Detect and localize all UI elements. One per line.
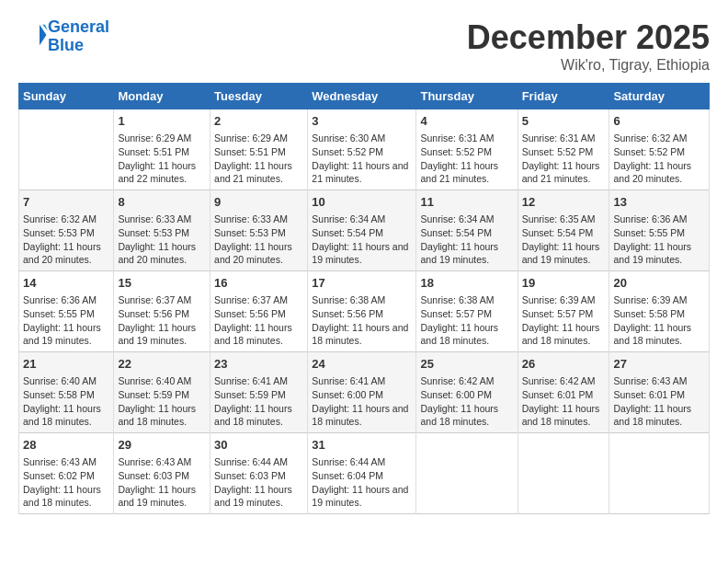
calendar-body: 1Sunrise: 6:29 AMSunset: 5:51 PMDaylight… xyxy=(19,109,710,514)
cell-content-line: Sunrise: 6:40 AM xyxy=(23,375,97,386)
cell-content: Sunrise: 6:36 AMSunset: 5:55 PMDaylight:… xyxy=(613,213,705,267)
calendar-cell: 2Sunrise: 6:29 AMSunset: 5:51 PMDaylight… xyxy=(210,109,308,190)
calendar-cell: 17Sunrise: 6:38 AMSunset: 5:56 PMDayligh… xyxy=(308,271,416,352)
cell-content-line: Sunrise: 6:43 AM xyxy=(613,375,687,386)
logo-text: General Blue xyxy=(48,18,109,55)
calendar-cell xyxy=(609,433,710,514)
cell-content-line: Sunset: 5:53 PM xyxy=(214,227,286,238)
calendar-cell: 28Sunrise: 6:43 AMSunset: 6:02 PMDayligh… xyxy=(19,433,114,514)
cell-content-line: Daylight: 11 hours and 19 minutes. xyxy=(118,484,196,509)
day-number: 16 xyxy=(214,275,303,292)
day-number: 11 xyxy=(420,194,513,211)
cell-content-line: Sunset: 6:01 PM xyxy=(522,389,594,400)
cell-content-line: Daylight: 11 hours and 18 minutes. xyxy=(214,403,292,428)
cell-content-line: Sunrise: 6:42 AM xyxy=(522,375,596,386)
cell-content-line: Sunset: 5:53 PM xyxy=(23,227,95,238)
cell-content-line: Sunset: 6:02 PM xyxy=(23,470,95,481)
cell-content: Sunrise: 6:41 AMSunset: 5:59 PMDaylight:… xyxy=(214,374,303,429)
cell-content-line: Sunrise: 6:39 AM xyxy=(522,294,596,305)
calendar-week-row: 7Sunrise: 6:32 AMSunset: 5:53 PMDaylight… xyxy=(19,190,710,271)
cell-content-line: Sunset: 5:54 PM xyxy=(522,227,594,238)
cell-content-line: Sunrise: 6:36 AM xyxy=(613,213,687,224)
cell-content: Sunrise: 6:40 AMSunset: 5:58 PMDaylight:… xyxy=(23,374,109,429)
cell-content: Sunrise: 6:29 AMSunset: 5:51 PMDaylight:… xyxy=(214,132,303,186)
cell-content-line: Sunrise: 6:30 AM xyxy=(312,132,385,144)
day-number: 6 xyxy=(613,113,705,130)
day-number: 30 xyxy=(214,437,303,454)
cell-content: Sunrise: 6:36 AMSunset: 5:55 PMDaylight:… xyxy=(23,293,109,348)
cell-content-line: Daylight: 11 hours and 21 minutes. xyxy=(312,160,408,185)
cell-content: Sunrise: 6:44 AMSunset: 6:03 PMDaylight:… xyxy=(214,455,303,510)
title-block: December 2025 Wik'ro, Tigray, Ethiopia xyxy=(467,18,710,74)
cell-content-line: Daylight: 11 hours and 18 minutes. xyxy=(613,403,691,428)
cell-content-line: Sunset: 5:58 PM xyxy=(613,308,685,319)
calendar-cell: 3Sunrise: 6:30 AMSunset: 5:52 PMDaylight… xyxy=(308,109,416,190)
calendar-cell: 29Sunrise: 6:43 AMSunset: 6:03 PMDayligh… xyxy=(114,433,210,514)
cell-content-line: Sunrise: 6:32 AM xyxy=(23,213,97,224)
cell-content-line: Sunset: 5:51 PM xyxy=(214,146,286,157)
calendar-cell: 23Sunrise: 6:41 AMSunset: 5:59 PMDayligh… xyxy=(210,352,308,433)
cell-content-line: Daylight: 11 hours and 18 minutes. xyxy=(214,322,292,347)
cell-content-line: Daylight: 11 hours and 19 minutes. xyxy=(312,241,408,266)
calendar-header-row: SundayMondayTuesdayWednesdayThursdayFrid… xyxy=(19,84,710,109)
cell-content-line: Daylight: 11 hours and 18 minutes. xyxy=(522,322,600,347)
cell-content-line: Daylight: 11 hours and 18 minutes. xyxy=(522,403,600,428)
cell-content-line: Sunrise: 6:33 AM xyxy=(118,213,191,224)
day-number: 3 xyxy=(312,113,412,130)
day-number: 31 xyxy=(312,437,412,454)
day-number: 29 xyxy=(118,437,206,454)
calendar-cell: 31Sunrise: 6:44 AMSunset: 6:04 PMDayligh… xyxy=(308,433,416,514)
location: Wik'ro, Tigray, Ethiopia xyxy=(467,57,710,74)
calendar-cell: 30Sunrise: 6:44 AMSunset: 6:03 PMDayligh… xyxy=(210,433,308,514)
cell-content: Sunrise: 6:35 AMSunset: 5:54 PMDaylight:… xyxy=(522,213,606,267)
cell-content-line: Daylight: 11 hours and 18 minutes. xyxy=(23,403,101,428)
calendar-cell: 8Sunrise: 6:33 AMSunset: 5:53 PMDaylight… xyxy=(114,190,210,271)
cell-content-line: Sunrise: 6:43 AM xyxy=(118,456,191,467)
cell-content: Sunrise: 6:43 AMSunset: 6:03 PMDaylight:… xyxy=(118,455,206,510)
cell-content-line: Sunrise: 6:42 AM xyxy=(420,375,494,386)
cell-content-line: Sunrise: 6:41 AM xyxy=(214,375,288,386)
day-number: 4 xyxy=(420,113,513,130)
logo-icon xyxy=(20,21,48,49)
calendar-week-row: 21Sunrise: 6:40 AMSunset: 5:58 PMDayligh… xyxy=(19,352,710,433)
cell-content-line: Sunset: 6:00 PM xyxy=(312,389,383,400)
cell-content-line: Sunrise: 6:32 AM xyxy=(613,132,687,144)
header-day-saturday: Saturday xyxy=(609,84,710,109)
calendar-cell: 20Sunrise: 6:39 AMSunset: 5:58 PMDayligh… xyxy=(609,271,710,352)
cell-content-line: Sunrise: 6:35 AM xyxy=(522,213,596,224)
calendar-cell: 12Sunrise: 6:35 AMSunset: 5:54 PMDayligh… xyxy=(518,190,609,271)
cell-content: Sunrise: 6:44 AMSunset: 6:04 PMDaylight:… xyxy=(312,455,412,510)
calendar-cell: 19Sunrise: 6:39 AMSunset: 5:57 PMDayligh… xyxy=(518,271,609,352)
day-number: 2 xyxy=(214,113,303,130)
cell-content-line: Sunrise: 6:41 AM xyxy=(312,375,385,386)
cell-content-line: Sunrise: 6:38 AM xyxy=(420,294,494,305)
header-day-wednesday: Wednesday xyxy=(308,84,416,109)
cell-content-line: Sunset: 5:59 PM xyxy=(214,389,286,400)
cell-content: Sunrise: 6:38 AMSunset: 5:56 PMDaylight:… xyxy=(312,293,412,348)
calendar-cell xyxy=(518,433,609,514)
cell-content-line: Sunset: 5:54 PM xyxy=(420,227,492,238)
cell-content: Sunrise: 6:32 AMSunset: 5:52 PMDaylight:… xyxy=(613,132,705,186)
cell-content-line: Daylight: 11 hours and 19 minutes. xyxy=(420,241,498,266)
cell-content-line: Sunset: 5:59 PM xyxy=(118,389,189,400)
cell-content-line: Daylight: 11 hours and 19 minutes. xyxy=(522,241,600,266)
day-number: 28 xyxy=(23,437,109,454)
day-number: 15 xyxy=(118,275,206,292)
cell-content: Sunrise: 6:34 AMSunset: 5:54 PMDaylight:… xyxy=(312,213,412,267)
day-number: 12 xyxy=(522,194,606,211)
cell-content-line: Sunset: 5:56 PM xyxy=(214,308,286,319)
calendar-cell: 25Sunrise: 6:42 AMSunset: 6:00 PMDayligh… xyxy=(416,352,518,433)
day-number: 23 xyxy=(214,356,303,373)
header-day-friday: Friday xyxy=(518,84,609,109)
calendar-cell: 13Sunrise: 6:36 AMSunset: 5:55 PMDayligh… xyxy=(609,190,710,271)
cell-content-line: Sunrise: 6:37 AM xyxy=(214,294,288,305)
cell-content: Sunrise: 6:37 AMSunset: 5:56 PMDaylight:… xyxy=(118,293,206,348)
cell-content-line: Sunset: 5:56 PM xyxy=(312,308,383,319)
day-number: 8 xyxy=(118,194,206,211)
cell-content-line: Sunrise: 6:33 AM xyxy=(214,213,288,224)
cell-content-line: Sunset: 5:58 PM xyxy=(23,389,95,400)
calendar-cell: 26Sunrise: 6:42 AMSunset: 6:01 PMDayligh… xyxy=(518,352,609,433)
cell-content: Sunrise: 6:40 AMSunset: 5:59 PMDaylight:… xyxy=(118,374,206,429)
cell-content-line: Daylight: 11 hours and 18 minutes. xyxy=(420,322,498,347)
cell-content: Sunrise: 6:38 AMSunset: 5:57 PMDaylight:… xyxy=(420,293,513,348)
